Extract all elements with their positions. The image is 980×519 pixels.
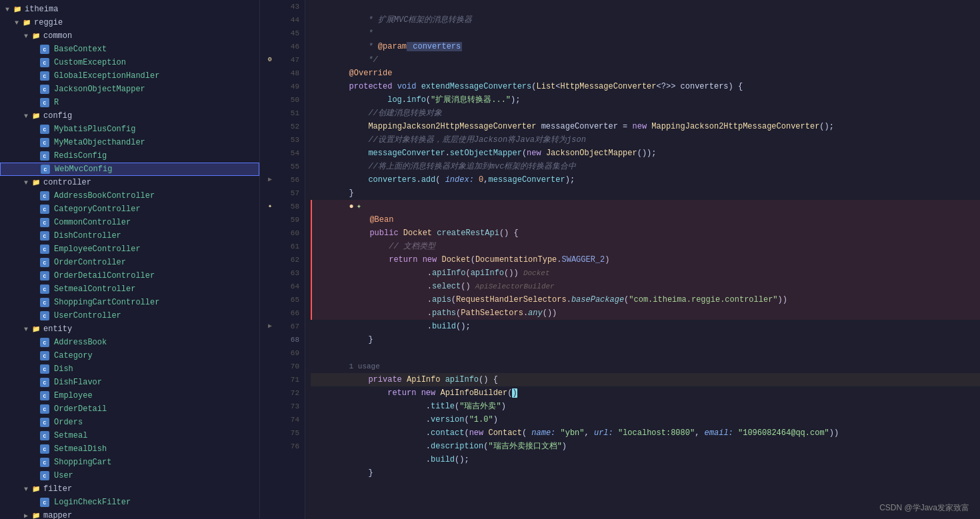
tree-item-R[interactable]: C R — [0, 96, 259, 109]
tree-item-Orders[interactable]: C Orders — [0, 416, 259, 429]
expand-arrow: ▼ — [21, 113, 31, 120]
tree-item-OrderDetail[interactable]: C OrderDetail — [0, 402, 259, 416]
gutter-line-66 — [260, 306, 280, 320]
file-tree[interactable]: ▼ 📁 itheima ▼ 📁 reggie ▼ 📁 common C Base… — [0, 0, 260, 519]
tree-item-LoginCheckFilter[interactable]: C LoginCheckFilter — [0, 496, 259, 509]
gutter-line-67: ▶ — [260, 320, 280, 333]
tree-label: ShoppingCartController — [54, 298, 159, 307]
tree-item-ShoppingCart[interactable]: C ShoppingCart — [0, 456, 259, 469]
code-line-53: messageConverter.setObjectMapper(new Jac… — [311, 133, 980, 147]
tree-item-ShoppingCartController[interactable]: C ShoppingCartController — [0, 296, 259, 309]
code-line-59: public Docket createRestApi() { — [311, 213, 980, 227]
tree-item-filter[interactable]: ▼ 📁 filter — [0, 482, 259, 496]
folder-icon: 📁 — [31, 324, 41, 334]
tree-item-DishController[interactable]: C DishController — [0, 229, 259, 243]
tree-item-MybatisPlusConfig[interactable]: C MybatisPlusConfig — [0, 123, 259, 136]
tree-label: Dish — [54, 364, 73, 374]
gutter-line-71 — [260, 373, 280, 386]
tree-item-SetmealController[interactable]: C SetmealController — [0, 282, 259, 296]
code-editor[interactable]: ⚙ ▶ ✦ ▶ — [260, 0, 980, 519]
tree-item-CategoryController[interactable]: C CategoryController — [0, 203, 259, 216]
code-line-64: .apis(RequestHandlerSelectors.basePackag… — [311, 280, 980, 293]
gutter-line-57 — [260, 187, 280, 200]
class-icon: C — [40, 205, 49, 214]
tree-label: entity — [43, 324, 72, 334]
tree-item-CustomException[interactable]: C CustomException — [0, 56, 259, 69]
tree-item-entity[interactable]: ▼ 📁 entity — [0, 322, 259, 336]
tree-label: GlobalExceptionHandler — [54, 71, 159, 81]
code-line-63: .select() ApiSelectorBuilder — [311, 266, 980, 280]
gutter-line-53 — [260, 133, 280, 147]
gutter-line-49 — [260, 80, 280, 93]
tree-label: Setmeal — [54, 431, 87, 440]
tree-item-reggie[interactable]: ▼ 📁 reggie — [0, 16, 259, 29]
tree-item-EmployeeController[interactable]: C EmployeeController — [0, 243, 259, 256]
tree-label: itheima — [25, 5, 58, 14]
tree-item-itheima[interactable]: ▼ 📁 itheima — [0, 3, 259, 16]
tree-item-AddressBook[interactable]: C AddressBook — [0, 336, 259, 349]
code-line-44: * — [311, 13, 980, 27]
line-numbers: 43 44 45 46 47 48 49 50 51 52 53 54 55 5… — [280, 0, 305, 519]
tree-item-mapper[interactable]: ▶ 📁 mapper — [0, 509, 259, 519]
tree-item-Category[interactable]: C Category — [0, 349, 259, 362]
code-line-71: return new ApiInfoBuilder() — [311, 373, 980, 386]
gutter: ⚙ ▶ ✦ ▶ — [260, 0, 280, 519]
tree-item-OrderDetailController[interactable]: C OrderDetailController — [0, 269, 259, 282]
gutter-line-63 — [260, 266, 280, 280]
folder-icon: 📁 — [31, 31, 41, 41]
gutter-line-58: ✦ — [260, 200, 280, 213]
class-icon: C — [40, 191, 49, 201]
tree-item-OrderController[interactable]: C OrderController — [0, 256, 259, 269]
tree-item-config[interactable]: ▼ 📁 config — [0, 109, 259, 123]
tree-label: CategoryController — [54, 205, 141, 214]
gutter-line-50 — [260, 93, 280, 107]
tree-label: ShoppingCart — [54, 458, 111, 467]
tree-label: EmployeeController — [54, 245, 141, 254]
tree-item-Setmeal[interactable]: C Setmeal — [0, 429, 259, 442]
tree-item-RedisConfig[interactable]: C RedisConfig — [0, 149, 259, 163]
tree-item-CommonController[interactable]: C CommonController — [0, 216, 259, 229]
tree-item-WebMvcConfig[interactable]: C WebMvcConfig — [0, 163, 259, 176]
class-icon: C — [40, 498, 49, 507]
tree-item-common[interactable]: ▼ 📁 common — [0, 29, 259, 43]
gutter-line-59 — [260, 213, 280, 227]
tree-label: SetmealController — [54, 284, 135, 294]
gutter-line-45 — [260, 27, 280, 40]
class-icon: C — [40, 444, 49, 454]
class-icon: C — [40, 458, 49, 467]
gutter-line-61 — [260, 240, 280, 253]
tree-label: CommonController — [54, 218, 131, 227]
class-icon: C — [40, 404, 49, 414]
tree-item-User[interactable]: C User — [0, 469, 259, 482]
gutter-line-52 — [260, 120, 280, 133]
class-icon: C — [40, 364, 49, 374]
tree-item-BaseContext[interactable]: C BaseContext — [0, 43, 259, 56]
tree-item-Dish[interactable]: C Dish — [0, 362, 259, 376]
class-icon: C — [40, 258, 49, 267]
tree-item-UserController[interactable]: C UserController — [0, 309, 259, 322]
tree-label: config — [43, 111, 72, 121]
tree-item-DishFlavor[interactable]: C DishFlavor — [0, 376, 259, 389]
code-line-61: return new Docket(DocumentationType.SWAG… — [311, 240, 980, 253]
tree-label: DishFlavor — [54, 378, 102, 387]
class-icon: C — [40, 45, 49, 54]
code-line-45: * @param converters — [311, 27, 980, 40]
code-content[interactable]: * 扩展MVC框架的消息转换器 * * @param converters */… — [305, 0, 980, 519]
code-line-72: .title("瑞吉外卖") — [311, 386, 980, 400]
tree-item-AddressBookController[interactable]: C AddressBookController — [0, 189, 259, 203]
expand-arrow: ▼ — [12, 19, 21, 27]
tree-item-controller[interactable]: ▼ 📁 controller — [0, 176, 259, 189]
gutter-line-69 — [260, 346, 280, 360]
tree-item-Employee[interactable]: C Employee — [0, 389, 259, 402]
code-line-48: protected void extendMessageConverters(L… — [311, 67, 980, 80]
tree-item-SetmealDish[interactable]: C SetmealDish — [0, 442, 259, 456]
tree-item-JacksonObjectMapper[interactable]: C JacksonObjectMapper — [0, 83, 259, 96]
gutter-line-44 — [260, 13, 280, 27]
folder-icon: 📁 — [31, 510, 41, 519]
tree-item-MyMetaObjecthandler[interactable]: C MyMetaObjecthandler — [0, 136, 259, 149]
gutter-line-47: ⚙ — [260, 53, 280, 67]
code-line-75: .description("瑞吉外卖接口文档") — [311, 426, 980, 440]
tree-item-GlobalExceptionHandler[interactable]: C GlobalExceptionHandler — [0, 69, 259, 83]
class-icon: C — [41, 165, 50, 174]
code-line-51: MappingJackson2HttpMessageConverter mess… — [311, 107, 980, 120]
